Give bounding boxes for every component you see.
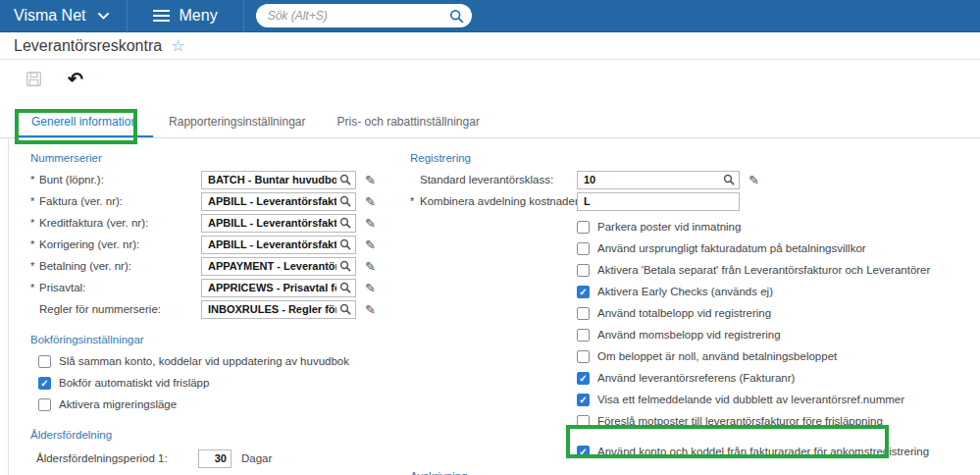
field-row-prisavtal: * Prisavtal: APPRICEWS - Prisavtal för l… — [30, 277, 408, 298]
checkbox[interactable] — [577, 415, 590, 428]
lookup-icon[interactable] — [339, 238, 351, 250]
aldersperiod-1-input[interactable]: 30 — [198, 449, 232, 468]
field-row-betalning: * Betalning (ver. nr): APPAYMENT - Lever… — [30, 255, 408, 277]
undo-icon: ↶ — [68, 70, 83, 88]
search-icon[interactable] — [449, 9, 464, 24]
kreditfaktura-input[interactable]: APBILL - Leverantörsfakturor — [201, 214, 356, 233]
field-value: APPAYMENT - Leverantörsbetal — [208, 260, 336, 272]
check-row-totalbelopp: Använd totalbelopp vid registrering — [577, 302, 979, 324]
menu-label: Meny — [180, 7, 218, 25]
section-heading-nummerserier: Nummerserier — [30, 152, 408, 164]
korrigering-input[interactable]: APBILL - Leverantörsfakturor — [201, 236, 356, 254]
required-marker: * — [30, 217, 39, 229]
required-marker: * — [410, 195, 420, 207]
field-label: Åldersfördelningsperiod 1: — [36, 452, 198, 464]
edit-pencil-icon[interactable]: ✎ — [365, 174, 376, 186]
title-row: Leverantörsreskontra ☆ — [0, 32, 980, 60]
required-marker: * — [30, 195, 39, 207]
checkbox[interactable] — [38, 398, 51, 411]
field-label: Korrigering (ver. nr): — [39, 238, 201, 250]
check-row-felmeddelande-dubblett: Visa ett felmeddelande vid dubblett av l… — [577, 389, 979, 410]
lookup-icon[interactable] — [339, 174, 351, 185]
check-row-foresla-motposter: Föreslå motposter till leverantörsfaktur… — [577, 410, 979, 432]
favorite-star-icon[interactable]: ☆ — [171, 38, 184, 54]
checkbox[interactable] — [38, 355, 51, 368]
field-label: Kreditfaktura (ver. nr): — [39, 217, 201, 229]
checkbox-label: Använd momsbelopp vid registrering — [597, 329, 781, 341]
search-input[interactable] — [268, 9, 449, 23]
check-row-beloppet-noll: Om beloppet är noll, använd betalningsbe… — [577, 345, 979, 367]
lookup-icon[interactable] — [723, 174, 735, 185]
field-label: Faktura (ver. nr): — [39, 195, 201, 207]
check-row-early-checks: Aktivera Early Checks (används ej) — [577, 281, 979, 302]
check-row-konto-koddel-ankomstregistrering: Använd konto och koddel från fakturarade… — [577, 441, 979, 462]
brand-label: Visma Net — [14, 7, 86, 25]
lookup-icon[interactable] — [339, 195, 351, 207]
field-row-kreditfaktura: * Kreditfaktura (ver. nr): APBILL - Leve… — [30, 212, 408, 234]
tab-rapporteringsinstallningar[interactable]: Rapporteringsinställningar — [153, 115, 321, 137]
field-row-aldersperiod-2: Åldersfördelningsperiod 2: 60 Dagar — [36, 471, 408, 475]
checkbox[interactable] — [577, 372, 590, 385]
edit-pencil-icon[interactable]: ✎ — [365, 282, 376, 294]
checkbox[interactable] — [577, 307, 590, 320]
regler-input[interactable]: INBOXRULES - Regler för faktu — [201, 300, 356, 319]
checkbox-label: Slå samman konto, koddelar vid uppdateri… — [59, 355, 349, 367]
undo-button[interactable]: ↶ — [68, 70, 83, 88]
unit-label: Dagar — [241, 452, 272, 464]
tab-pris-och-rabattinstallningar[interactable]: Pris- och rabattinställningar — [321, 115, 494, 137]
edit-pencil-icon[interactable]: ✎ — [365, 238, 376, 251]
edit-pencil-icon[interactable]: ✎ — [365, 260, 376, 273]
checkbox[interactable] — [577, 221, 590, 234]
field-value: APPRICEWS - Prisavtal för leve — [208, 282, 336, 293]
edit-pencil-icon[interactable]: ✎ — [365, 217, 376, 230]
checkbox[interactable] — [577, 286, 590, 298]
check-row-sla-samman: Slå samman konto, koddelar vid uppdateri… — [38, 350, 408, 372]
toolbar: ↶ — [0, 60, 980, 98]
checkbox[interactable] — [577, 446, 590, 458]
checkbox-label: Om beloppet är noll, använd betalningsbe… — [597, 350, 837, 362]
checkbox-label: Använd leverantörsreferens (Fakturanr) — [597, 372, 795, 384]
lookup-icon[interactable] — [339, 217, 351, 229]
topbar-divider — [243, 0, 244, 32]
checkbox[interactable] — [577, 264, 590, 277]
tab-content-panel: Nummerserier * Bunt (löpnr.): BATCH - Bu… — [8, 138, 980, 475]
brand-menu[interactable]: Visma Net — [0, 0, 127, 31]
field-row-faktura: * Faktura (ver. nr): APBILL - Leverantör… — [30, 190, 408, 212]
checkbox[interactable] — [577, 329, 590, 342]
check-row-betala-separat: Aktivera 'Betala separat' från Leverantö… — [577, 259, 979, 281]
prisavtal-input[interactable]: APPRICEWS - Prisavtal för leve — [201, 279, 356, 297]
checkbox[interactable] — [38, 377, 51, 390]
lookup-icon[interactable] — [339, 260, 351, 272]
required-marker: * — [30, 260, 39, 272]
check-row-ursprungligt-fakturadatum: Använd ursprungligt fakturadatum på beta… — [577, 238, 979, 259]
section-heading-bokforingsinstallningar: Bokföringsinställningar — [30, 334, 408, 345]
checkbox[interactable] — [577, 394, 590, 406]
lookup-icon[interactable] — [339, 303, 351, 315]
edit-pencil-icon[interactable]: ✎ — [365, 303, 376, 316]
tab-generell-information[interactable]: Generell information — [16, 115, 153, 137]
edit-pencil-icon[interactable]: ✎ — [365, 195, 376, 208]
bunt-input[interactable]: BATCH - Buntar huvudbok — [201, 171, 356, 189]
lookup-icon[interactable] — [339, 282, 351, 293]
edit-pencil-icon[interactable]: ✎ — [748, 174, 759, 186]
checkbox[interactable] — [577, 350, 590, 363]
app-window: Visma Net Meny Leverantörsreskontra ☆ ↶ — [0, 0, 980, 475]
checkbox-label: Aktivera Early Checks (används ej) — [597, 286, 773, 297]
checkbox[interactable] — [577, 242, 590, 255]
section-heading-aldersfordelning: Åldersfördelning — [30, 429, 408, 441]
field-value: APBILL - Leverantörsfakturor — [208, 195, 336, 207]
section-heading-registrering: Registrering — [410, 152, 979, 164]
field-row-korrigering: * Korrigering (ver. nr): APBILL - Levera… — [30, 234, 408, 255]
right-column: Registrering Standard leverantörsklass: … — [410, 138, 979, 475]
save-icon — [26, 72, 41, 86]
save-button[interactable] — [26, 72, 41, 86]
faktura-input[interactable]: APBILL - Leverantörsfakturor — [201, 192, 356, 211]
betalning-input[interactable]: APPAYMENT - Leverantörsbetal — [201, 257, 356, 276]
leverantorsklass-input[interactable]: 10 — [577, 171, 740, 189]
checkbox-label: Använd totalbelopp vid registrering — [597, 307, 771, 319]
left-column: Nummerserier * Bunt (löpnr.): BATCH - Bu… — [30, 138, 408, 475]
kombinera-avdelning-input[interactable]: L — [577, 192, 740, 211]
field-row-regler: Regler för nummerserie: INBOXRULES - Reg… — [30, 298, 408, 320]
field-value: BATCH - Buntar huvudbok — [208, 174, 336, 185]
menu-button[interactable]: Meny — [128, 0, 243, 31]
